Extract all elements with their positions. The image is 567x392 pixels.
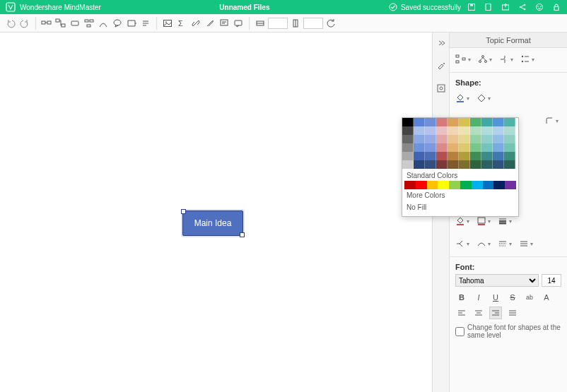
color-swatch[interactable] [436,118,448,126]
summary-icon[interactable] [139,17,152,30]
color-swatch[interactable] [449,181,460,189]
underline-button[interactable]: U [489,291,502,304]
color-swatch[interactable] [481,135,493,143]
arrow-style-button[interactable]: ▾ [477,237,491,251]
picture-icon[interactable] [161,17,174,30]
note-icon[interactable] [218,17,230,30]
color-swatch[interactable] [427,181,438,189]
italic-button[interactable]: I [472,291,485,304]
tree-button[interactable]: ▾ [478,52,492,66]
color-swatch[interactable] [425,126,436,135]
main-idea-topic[interactable]: Main Idea [182,210,243,236]
lock-icon[interactable] [551,2,561,12]
color-swatch[interactable] [459,126,470,135]
color-swatch[interactable] [448,143,459,152]
collapse-panel-icon[interactable] [435,37,448,49]
color-swatch[interactable] [425,135,436,143]
color-swatch[interactable] [402,152,414,160]
color-swatch[interactable] [493,152,504,160]
color-swatch[interactable] [481,152,493,160]
color-swatch[interactable] [414,143,425,152]
redo-icon[interactable] [18,17,31,30]
color-swatch[interactable] [470,152,481,160]
color-swatch[interactable] [493,126,504,135]
color-swatch[interactable] [504,118,515,126]
case-button[interactable]: ab [523,291,536,304]
color-swatch[interactable] [436,135,448,143]
new-icon[interactable] [484,2,493,12]
color-swatch[interactable] [404,181,416,189]
color-swatch[interactable] [504,126,515,135]
callout-icon[interactable] [111,17,124,30]
boundary-icon[interactable] [125,17,138,30]
height-input[interactable] [303,18,323,29]
color-swatch[interactable] [414,118,425,126]
color-swatch[interactable] [448,126,459,135]
comment-icon[interactable] [232,17,245,30]
numbering-button[interactable]: ▾ [520,52,534,66]
color-swatch[interactable] [481,118,493,126]
color-swatch[interactable] [414,160,425,169]
target-tab-icon[interactable] [435,82,448,95]
color-swatch[interactable] [470,160,481,169]
shape-style-button[interactable]: ▾ [477,91,491,105]
color-swatch[interactable] [460,181,472,189]
color-swatch[interactable] [493,160,504,169]
color-swatch[interactable] [448,118,459,126]
color-swatch[interactable] [472,181,483,189]
line-style2-button[interactable]: ▾ [519,237,533,251]
bold-button[interactable]: B [455,291,468,304]
color-swatch[interactable] [402,118,414,126]
color-swatch[interactable] [481,143,493,152]
color-swatch[interactable] [481,126,493,135]
color-swatch[interactable] [504,135,515,143]
refresh-icon[interactable] [325,17,337,30]
export-icon[interactable] [501,2,510,12]
align-right-button[interactable] [489,307,502,319]
color-swatch[interactable] [470,143,481,152]
font-size-input[interactable] [542,274,561,287]
color-swatch[interactable] [470,126,481,135]
color-swatch[interactable] [416,181,427,189]
dash-style-button[interactable]: ▾ [498,237,512,251]
save-icon[interactable] [467,2,477,12]
color-swatch[interactable] [481,160,493,169]
layout-button[interactable]: ▾ [455,52,471,66]
color-swatch[interactable] [459,143,470,152]
color-swatch[interactable] [504,160,515,169]
fill-color-button[interactable]: ▾ [455,91,469,105]
canvas[interactable]: Main Idea [0,32,433,392]
color-swatch[interactable] [483,181,494,189]
help-icon[interactable] [534,2,544,12]
strikethrough-button[interactable]: S [506,291,519,304]
corner-style-button[interactable]: ▾ [544,114,559,128]
multi-topic-icon[interactable] [83,17,95,30]
font-color-button[interactable]: A [540,291,553,304]
color-swatch[interactable] [459,118,470,126]
color-swatch[interactable] [402,126,414,135]
color-swatch[interactable] [436,143,448,152]
color-swatch[interactable] [414,152,425,160]
floating-topic-icon[interactable] [69,17,81,30]
color-swatch[interactable] [459,135,470,143]
color-swatch[interactable] [425,118,436,126]
color-swatch[interactable] [414,135,425,143]
color-swatch[interactable] [504,143,515,152]
color-swatch[interactable] [402,143,414,152]
paint-tab-icon[interactable] [435,59,448,72]
topic-icon[interactable] [40,17,53,30]
color-swatch[interactable] [425,143,436,152]
color-swatch[interactable] [470,135,481,143]
color-swatch[interactable] [505,181,516,189]
color-swatch[interactable] [436,126,448,135]
relationship-icon[interactable] [97,17,110,30]
connector-button[interactable]: ▾ [499,52,513,66]
subtopic-icon[interactable] [54,17,67,30]
more-colors-link[interactable]: More Colors [402,189,518,201]
color-swatch[interactable] [436,160,448,169]
color-swatch[interactable] [470,118,481,126]
color-swatch[interactable] [414,126,425,135]
share-icon[interactable] [518,2,527,12]
color-swatch[interactable] [493,118,504,126]
change-font-checkbox[interactable] [455,327,464,336]
